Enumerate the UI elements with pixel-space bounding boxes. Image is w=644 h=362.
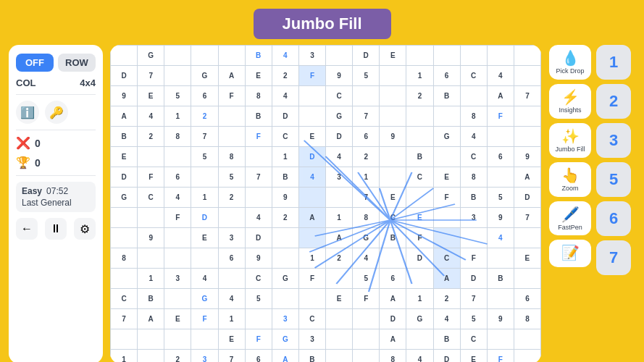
grid-cell[interactable] [380,66,406,86]
grid-cell[interactable]: 6 [191,86,218,106]
grid-cell[interactable]: 4 [272,86,298,106]
grid-cell[interactable] [164,66,191,86]
grid-cell[interactable] [164,46,191,66]
grid-cell[interactable]: 8 [460,106,487,127]
grid-cell[interactable] [514,127,540,147]
grid-cell[interactable]: E [326,289,353,309]
grid-cell[interactable] [138,208,164,228]
grid-cell[interactable]: 2 [353,147,380,167]
grid-cell[interactable]: E [433,167,460,188]
grid-cell[interactable]: B [245,46,272,66]
grid-cell[interactable]: 1 [111,350,138,363]
grid-cell[interactable]: A [514,167,540,188]
num-btn-7[interactable]: 7 [596,240,631,275]
grid-cell[interactable]: 6 [380,269,406,289]
grid-cell[interactable] [406,46,433,66]
grid-cell[interactable]: 5 [487,188,514,208]
num-btn-2[interactable]: 2 [596,84,631,119]
grid-cell[interactable]: 2 [191,106,218,127]
grid-cell[interactable]: 1 [406,289,433,309]
pause-button[interactable]: ⏸ [45,218,67,240]
grid-cell[interactable]: 3 [191,350,218,363]
grid-cell[interactable] [298,289,325,309]
grid-cell[interactable]: 1 [353,167,380,188]
grid-cell[interactable]: E [138,86,164,106]
grid-cell[interactable]: D [353,46,380,66]
grid-cell[interactable]: F [298,66,325,86]
grid-cell[interactable]: 2 [138,127,164,147]
grid-cell[interactable]: D [272,106,298,127]
grid-cell[interactable] [487,46,514,66]
grid-cell[interactable]: 4 [433,309,460,329]
grid-cell[interactable]: 7 [460,289,487,309]
grid-cell[interactable]: 1 [191,188,218,208]
grid-cell[interactable]: A [218,66,245,86]
num-btn-6[interactable]: 6 [596,201,631,236]
grid-cell[interactable] [326,329,353,350]
grid-cell[interactable]: D [191,208,218,228]
grid-cell[interactable]: F [460,248,487,269]
grid-cell[interactable]: C [460,329,487,350]
grid-cell[interactable]: B [272,167,298,188]
grid-cell[interactable]: 8 [380,350,406,363]
grid-cell[interactable]: C [326,86,353,106]
grid-cell[interactable]: B [298,350,325,363]
grid-cell[interactable]: E [191,228,218,248]
grid-cell[interactable]: 4 [487,66,514,86]
key-icon[interactable]: 🔑 [45,101,68,124]
grid-cell[interactable]: C [460,66,487,86]
jumbo-fill-icon[interactable]: ✨ Jumbo Fill [549,123,591,158]
grid-cell[interactable] [138,329,164,350]
settings-button[interactable]: ⚙ [74,218,96,240]
grid-cell[interactable]: 9 [326,66,353,86]
grid-cell[interactable] [433,208,460,228]
fastpen-icon[interactable]: 🖊️ FastPen [549,201,591,236]
grid-cell[interactable]: 9 [272,188,298,208]
grid-cell[interactable]: 3 [218,228,245,248]
grid-cell[interactable]: E [514,248,540,269]
grid-cell[interactable]: 7 [353,188,380,208]
grid-cell[interactable] [433,46,460,66]
grid-cell[interactable]: C [433,248,460,269]
grid-cell[interactable]: 5 [353,66,380,86]
grid-cell[interactable]: 3 [298,46,325,66]
grid-cell[interactable]: D [326,127,353,147]
grid-cell[interactable]: 4 [298,167,325,188]
grid-cell[interactable]: 3 [326,167,353,188]
grid-cell[interactable]: 7 [514,86,540,106]
grid-cell[interactable]: 3 [460,208,487,228]
grid-cell[interactable] [406,188,433,208]
grid-cell[interactable] [111,228,138,248]
off-button[interactable]: OFF [16,54,54,72]
grid-cell[interactable]: 6 [164,167,191,188]
grid-cell[interactable] [245,147,272,167]
grid-cell[interactable]: A [138,309,164,329]
grid-cell[interactable]: 3 [272,309,298,329]
grid-cell[interactable]: 5 [245,289,272,309]
grid-cell[interactable] [191,46,218,66]
grid-cell[interactable]: 1 [138,269,164,289]
grid-cell[interactable]: A [272,350,298,363]
grid-cell[interactable]: 2 [433,289,460,309]
grid-cell[interactable]: 7 [138,66,164,86]
grid-cell[interactable]: D [111,66,138,86]
grid-cell[interactable]: 2 [326,248,353,269]
grid-cell[interactable] [164,147,191,167]
grid-cell[interactable]: 9 [138,228,164,248]
grid-cell[interactable]: 4 [406,350,433,363]
grid-cell[interactable]: F [406,228,433,248]
grid-cell[interactable]: 9 [487,208,514,228]
grid-cell[interactable] [380,167,406,188]
grid-cell[interactable]: F [353,289,380,309]
grid-cell[interactable] [298,86,325,106]
grid-cell[interactable] [245,188,272,208]
back-button[interactable]: ← [16,218,38,240]
grid-cell[interactable]: 5 [218,167,245,188]
grid-cell[interactable] [272,228,298,248]
insights-icon[interactable]: ⚡ Insights [549,84,591,119]
grid-cell[interactable]: C [272,127,298,147]
grid-cell[interactable]: 1 [272,147,298,167]
grid-cell[interactable]: 5 [191,147,218,167]
grid-cell[interactable] [245,309,272,329]
grid-cell[interactable] [138,147,164,167]
